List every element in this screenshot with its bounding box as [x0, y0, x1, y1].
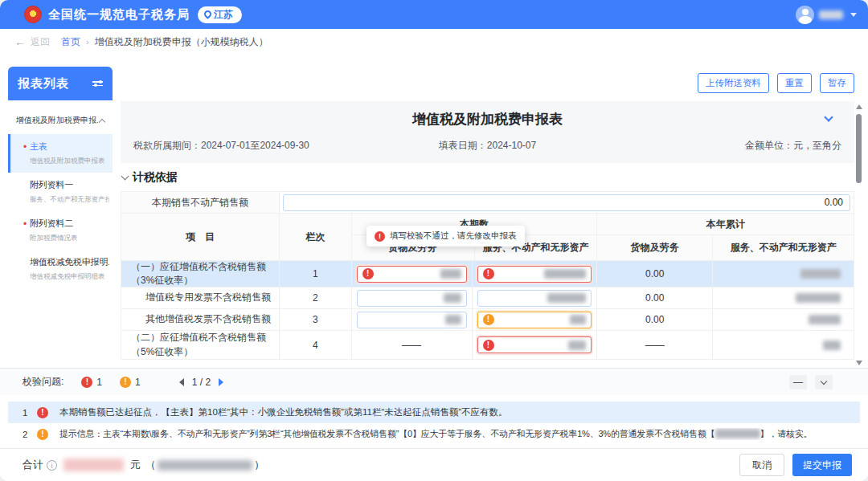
sidebar-item-sub: 附加税费情况表	[30, 234, 109, 243]
sidebar-item-label: 附列资料一	[30, 179, 109, 191]
input-r2-current-services[interactable]	[477, 290, 592, 307]
row-ytd-goods: 0.00	[597, 309, 713, 330]
main-content: 上传附送资料 重置 暂存 增值税及附加税费申报表 税款所属期间：2024-07-…	[121, 67, 854, 360]
redacted-value	[715, 429, 760, 438]
breadcrumb: ← 返回 首页 › 增值税及附加税费申报（小规模纳税人）	[0, 29, 868, 55]
sidebar-item-appendix-1[interactable]: 附列资料一 服务、不动产和无形资产扣..	[8, 173, 113, 211]
section-chevron-icon	[121, 173, 129, 181]
row-ytd-goods: 0.00	[597, 287, 713, 308]
submit-button[interactable]: 提交申报	[792, 454, 852, 476]
collapse-chevron-icon[interactable]	[99, 118, 105, 124]
form-title: 增值税及附加税费申报表	[133, 110, 841, 128]
collapse-panel-button[interactable]	[815, 375, 833, 389]
redacted-value	[796, 293, 841, 303]
error-icon: !	[37, 407, 48, 418]
save-draft-button[interactable]: 暂存	[820, 73, 854, 93]
required-dot: •	[23, 218, 27, 230]
app-window: 全国统一规范电子税务局 江苏 ← 返回 首页 › 增值税及附加税费申报（小规模纳…	[0, 0, 868, 481]
page-indicator: 1 / 2	[192, 377, 211, 388]
filter-icon[interactable]	[92, 81, 103, 86]
top-bar: 全国统一规范电子税务局 江苏	[0, 0, 868, 29]
row-ytd-goods: 0.00	[597, 261, 713, 287]
user-menu-chevron-icon[interactable]	[850, 13, 857, 17]
validation-issue-1[interactable]: 1 ! 本期销售额已达起征点，【主表】第10栏“其中：小微企业免税销售额”或第1…	[8, 402, 860, 423]
input-r2-current-goods[interactable]	[357, 290, 467, 307]
warning-icon: !	[483, 314, 494, 325]
sidebar-item-sub: 服务、不动产和无形资产扣..	[30, 195, 109, 205]
amount-unit: 金额单位：元，至角分	[605, 139, 841, 153]
region-badge[interactable]: 江苏	[198, 6, 242, 23]
total-in-words-redacted	[158, 460, 252, 471]
row-dash: ——	[597, 331, 713, 359]
error-icon: !	[375, 231, 385, 242]
sidebar-item-main-form[interactable]: • 主表 增值税及附加税费申报表	[8, 134, 113, 173]
table-row-3: 其他增值税发票不含税销售额 3 ! 0.00	[121, 309, 854, 331]
validation-title: 校验问题:	[23, 375, 63, 389]
input-r1-current-goods[interactable]: !	[357, 266, 467, 283]
col-group-ytd: 本年累计 货物及劳务 服务、不动产和无形资产	[597, 214, 854, 260]
fill-date: 填表日期：2024-10-07	[370, 139, 606, 153]
input-r1-current-services[interactable]: !	[477, 266, 592, 283]
validation-panel: 校验问题: !1 !1 1 / 2 — 1 ! 本期销售额已达起征点，【主表】第…	[0, 368, 868, 445]
minimize-panel-button[interactable]: —	[789, 375, 807, 389]
upload-attachment-button[interactable]: 上传附送资料	[698, 73, 769, 93]
required-dot: •	[23, 141, 27, 153]
section-title-label: 计税依据	[133, 170, 178, 185]
input-r4-current-services[interactable]: !	[477, 336, 592, 353]
table-row-4: （二）应征增值税不含税销售额（5%征收率） 4 —— ! ——	[121, 331, 854, 360]
total-label: 合计	[23, 458, 43, 472]
scroll-thumb[interactable]	[856, 114, 862, 183]
row-item-label: （一）应征增值税不含税销售额（3%征收率）	[121, 261, 280, 287]
validation-header: 校验问题: !1 !1 1 / 2 —	[0, 369, 868, 395]
error-count-icon: !	[81, 377, 92, 388]
sidebar-item-appendix-2[interactable]: • 附列资料二 附加税费情况表	[8, 211, 113, 250]
sidebar-item-tax-reduction[interactable]: 增值税减免税申报明... 增值税减免税申报明细表	[8, 250, 113, 288]
row-no: 3	[280, 309, 352, 330]
scroll-up-arrow[interactable]	[856, 104, 862, 109]
breadcrumb-current: 增值税及附加税费申报（小规模纳税人）	[95, 35, 268, 49]
cancel-button[interactable]: 取消	[739, 454, 784, 476]
breadcrumb-home[interactable]: 首页	[61, 35, 80, 49]
redacted-value	[800, 269, 841, 279]
form-header: 增值税及附加税费申报表 税款所属期间：2024-07-01至2024-09-30…	[121, 101, 854, 163]
row-no: 2	[280, 287, 352, 308]
location-pin-icon	[203, 9, 213, 19]
col-header-goods-ytd: 货物及劳务	[597, 235, 713, 260]
info-icon[interactable]: i	[47, 460, 57, 471]
tax-table: 本期销售不动产销售额 0.00 项 目 栏次 本期数 货物及劳务 服务、不动产和…	[121, 191, 854, 360]
user-name-redacted	[819, 10, 843, 19]
tax-period: 税款所属期间：2024-07-01至2024-09-30	[133, 139, 370, 153]
report-list-sidebar: 报表列表 增值税及附加税费申报... • 主表 增值税及附加税费申报表 附列资料…	[8, 67, 113, 365]
redacted-value	[823, 340, 841, 350]
reset-button[interactable]: 重置	[777, 73, 812, 93]
back-button[interactable]: 返回	[31, 35, 50, 49]
validation-issue-2[interactable]: 2 ! 提示信息：主表“本期数\服务、不动产和无形资产”列第3栏“其他增值税发票…	[8, 423, 860, 445]
user-avatar[interactable]	[796, 6, 814, 24]
input-r3-current-services[interactable]: !	[477, 312, 592, 328]
sidebar-item-label: 增值税减免税申报明...	[30, 256, 109, 268]
sidebar-item-sub: 增值税及附加税费申报表	[30, 157, 109, 166]
sidebar-group[interactable]: 增值税及附加税费申报...	[8, 100, 113, 134]
table-row-1: （一）应征增值税不含税销售额（3%征收率） 1 ! ! 0.00	[121, 261, 854, 287]
presale-input[interactable]: 0.00	[283, 194, 850, 211]
redacted-value	[809, 315, 841, 324]
vertical-scrollbar[interactable]	[855, 104, 863, 365]
section-tax-basis[interactable]: 计税依据	[122, 170, 854, 185]
prev-page-arrow[interactable]	[179, 378, 184, 386]
back-arrow-icon[interactable]: ←	[14, 35, 26, 48]
col-header-services-ytd: 服务、不动产和无形资产	[713, 235, 854, 260]
issue-number: 1	[23, 408, 37, 418]
issue-text: 提示信息：主表“本期数\服务、不动产和无形资产”列第3栏“其他增值税发票不含税销…	[59, 429, 715, 438]
sidebar-title: 报表列表	[18, 76, 69, 92]
footer-bar: 合计 i 元 （ ） 取消 提交申报	[0, 448, 868, 481]
scroll-down-arrow[interactable]	[856, 361, 862, 365]
input-r3-current-goods[interactable]	[357, 312, 467, 328]
error-icon: !	[483, 340, 494, 351]
row-item-label: 增值税专用发票不含税销售额	[121, 287, 280, 308]
sidebar-header: 报表列表	[8, 67, 113, 100]
row-item-label: （二）应征增值税不含税销售额（5%征收率）	[121, 331, 280, 359]
row-dash: ——	[352, 331, 473, 359]
region-label: 江苏	[214, 8, 233, 22]
col-header-no: 栏次	[280, 214, 352, 260]
next-page-arrow[interactable]	[219, 378, 223, 386]
